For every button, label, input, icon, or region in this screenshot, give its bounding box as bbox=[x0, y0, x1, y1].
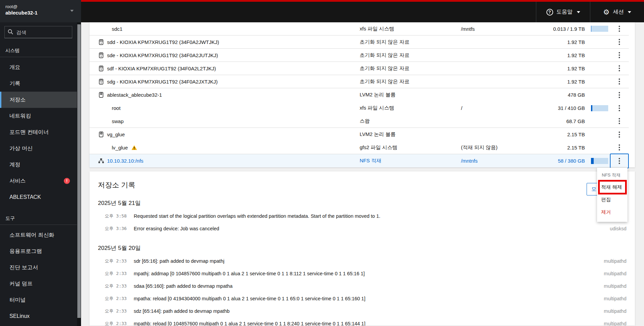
table-row[interactable]: sde - KIOXIA KPM7XRUG1T92 (34F0A2JUTJKJ)… bbox=[89, 49, 629, 62]
kebab-menu-button[interactable] bbox=[615, 103, 623, 113]
kebab-cell bbox=[610, 154, 629, 168]
kebab-cell bbox=[610, 90, 629, 100]
mount-point: /mntfs bbox=[461, 26, 534, 32]
divider bbox=[0, 57, 81, 57]
table-row[interactable]: ablestack_ablecube32-1LVM2 논리 볼륨478 GB bbox=[89, 88, 629, 101]
usage-bar bbox=[591, 92, 608, 98]
host-switcher[interactable]: root@ ablecube32-1 bbox=[0, 0, 81, 22]
content-type: LVM2 논리 볼륨 bbox=[360, 131, 461, 138]
table-row[interactable]: rootxfs 파일 시스템/31 / 410 GB bbox=[89, 101, 629, 115]
kebab-cell bbox=[610, 116, 629, 126]
sidebar-item-label: 포드맨 컨테이너 bbox=[9, 129, 49, 136]
usage-bar bbox=[591, 132, 608, 138]
log-entry-time: 오후 2:33 bbox=[105, 296, 130, 302]
masthead-toolbar: ? 도움말 ⚙ 세션 bbox=[536, 2, 644, 22]
sidebar-item-응용프로그램[interactable]: 응용프로그램 bbox=[0, 243, 81, 259]
size-value: 1.92 TB bbox=[534, 52, 585, 58]
sidebar-item-진단 보고서[interactable]: 진단 보고서 bbox=[0, 259, 81, 276]
disk-icon bbox=[98, 39, 104, 45]
kebab-menu-button[interactable] bbox=[615, 76, 623, 87]
storage-logs-card: 저장소 기록 2025년 5월 21일오후 3:58Requested star… bbox=[89, 171, 635, 326]
table-row[interactable]: sdc1xfs 파일 시스템/mntfs0.013 / 1.9 TB bbox=[89, 22, 629, 36]
menu-item-적재 해제[interactable]: 적재 해제 bbox=[597, 181, 627, 193]
log-entry-source: multipathd bbox=[600, 258, 626, 264]
usage-bar-track bbox=[591, 26, 608, 32]
menu-item-제거[interactable]: 제거 bbox=[597, 206, 627, 218]
table-row[interactable]: 10.10.32.10:/nfsNFS 적재/mntnfs58 / 380 GB bbox=[89, 154, 629, 167]
sidebar-item-기록[interactable]: 기록 bbox=[0, 75, 81, 92]
usage-bar bbox=[591, 52, 608, 58]
kebab-menu-button[interactable] bbox=[615, 90, 623, 100]
content-type: LVM2 논리 볼륨 bbox=[360, 92, 461, 98]
size-value: 58 / 380 GB bbox=[534, 158, 585, 164]
log-entry-source: multipathd bbox=[600, 308, 626, 314]
logged-in-user: root@ bbox=[5, 4, 76, 9]
sidebar-item-label: 소프트웨어 최신화 bbox=[9, 232, 54, 239]
table-row[interactable]: sdf - KIOXIA KPM7XRUG1T92 (34F0A2L2TJKJ)… bbox=[89, 62, 629, 75]
menu-item-편집[interactable]: 편집 bbox=[597, 193, 627, 206]
storage-logs-title: 저장소 기록 bbox=[98, 171, 626, 190]
table-row[interactable]: swap스왑68.7 GB bbox=[89, 115, 629, 128]
gear-icon: ⚙ bbox=[603, 9, 610, 16]
device-name-cell: sdf - KIOXIA KPM7XRUG1T92 (34F0A2L2TJKJ) bbox=[89, 66, 360, 71]
sidebar-item-서비스[interactable]: 서비스! bbox=[0, 173, 81, 189]
content-type: 스왑 bbox=[360, 118, 461, 124]
sidebar-item-포드맨 컨테이너[interactable]: 포드맨 컨테이너 bbox=[0, 124, 81, 140]
sidebar-item-개요[interactable]: 개요 bbox=[0, 59, 81, 75]
warning-icon bbox=[131, 145, 137, 150]
kebab-cell bbox=[610, 130, 629, 140]
size-value: 0.013 / 1.9 TB bbox=[534, 26, 585, 32]
kebab-menu-button[interactable] bbox=[615, 50, 623, 60]
sidebar-nav: 시스템 개요기록저장소네트워킹포드맨 컨테이너가상 머신계정서비스!ABLEST… bbox=[0, 44, 81, 324]
kebab-menu-button[interactable] bbox=[615, 24, 623, 34]
kebab-cell bbox=[610, 37, 629, 47]
device-name[interactable]: 10.10.32.10:/nfs bbox=[107, 158, 144, 164]
kebab-menu-button[interactable] bbox=[615, 142, 623, 153]
kebab-cell bbox=[610, 142, 629, 153]
sidebar-item-SELinux[interactable]: SELinux bbox=[0, 308, 81, 324]
size-value: 2.15 TB bbox=[534, 132, 585, 137]
log-entry-message: mpathj: addmap [0 104857600 multipath 0 … bbox=[130, 271, 600, 276]
sidebar: 시스템 개요기록저장소네트워킹포드맨 컨테이너가상 머신계정서비스!ABLEST… bbox=[0, 22, 81, 326]
sidebar-item-소프트웨어 최신화[interactable]: 소프트웨어 최신화 bbox=[0, 227, 81, 243]
kebab-menu-button[interactable] bbox=[615, 130, 623, 140]
search-input[interactable] bbox=[4, 26, 72, 38]
kebab-menu-button[interactable] bbox=[615, 37, 623, 47]
usage-bar bbox=[591, 105, 608, 111]
sidebar-item-커널 덤프[interactable]: 커널 덤프 bbox=[0, 276, 81, 292]
sidebar-item-계정[interactable]: 계정 bbox=[0, 157, 81, 173]
kebab-cell bbox=[610, 63, 629, 73]
device-name-cell: ablestack_ablecube32-1 bbox=[89, 92, 360, 98]
sidebar-item-ABLESTACK[interactable]: ABLESTACK bbox=[0, 189, 81, 205]
sidebar-item-네트워킹[interactable]: 네트워킹 bbox=[0, 108, 81, 124]
help-menu[interactable]: ? 도움말 bbox=[536, 2, 590, 22]
disk-icon bbox=[98, 79, 104, 85]
size-value: 31 / 410 GB bbox=[534, 105, 585, 111]
sidebar-item-label: 응용프로그램 bbox=[9, 248, 42, 255]
log-date-header: 2025년 5월 21일 bbox=[98, 199, 626, 207]
sidebar-item-가상 머신[interactable]: 가상 머신 bbox=[0, 140, 81, 157]
log-entry-source: multipathd bbox=[600, 296, 626, 301]
kebab-menu-button[interactable] bbox=[615, 63, 623, 73]
sidebar-scrollbar-thumb[interactable] bbox=[77, 24, 81, 318]
kebab-menu-button[interactable] bbox=[610, 154, 629, 168]
table-row[interactable]: sdd - KIOXIA KPM7XRUG1T92 (34F0A2JWTJKJ)… bbox=[89, 36, 629, 49]
sidebar-item-터미널[interactable]: 터미널 bbox=[0, 292, 81, 308]
nav-section-system: 시스템 bbox=[0, 44, 81, 57]
table-row[interactable]: lv_gluegfs2 파일 시스템(적재 되지 않음)2.15 TB bbox=[89, 141, 629, 154]
content-type: 초기화 되지 않은 자료 bbox=[360, 78, 461, 85]
table-row[interactable]: sdg - KIOXIA KPM7XRUG1T92 (34F0A2JXTJKJ)… bbox=[89, 75, 629, 88]
content-type: 초기화 되지 않은 자료 bbox=[360, 39, 461, 45]
menu-item-label: 제거 bbox=[601, 209, 611, 215]
device-name-cell: vg_glue bbox=[89, 132, 360, 137]
usage-bar-fill bbox=[591, 105, 592, 111]
sidebar-item-저장소[interactable]: 저장소 bbox=[0, 92, 81, 108]
sidebar-item-label: SELinux bbox=[9, 313, 30, 319]
table-row[interactable]: vg_glueLVM2 논리 볼륨2.15 TB bbox=[89, 128, 629, 141]
sidebar-scrollbar[interactable] bbox=[77, 22, 81, 326]
log-entry: 오후 2:33sdz [65:144]: path added to devma… bbox=[98, 305, 626, 317]
session-menu[interactable]: ⚙ 세션 bbox=[590, 2, 644, 22]
usage-bar bbox=[591, 144, 608, 150]
log-entry-source: multipathd bbox=[600, 271, 626, 276]
kebab-menu-button[interactable] bbox=[615, 116, 623, 126]
